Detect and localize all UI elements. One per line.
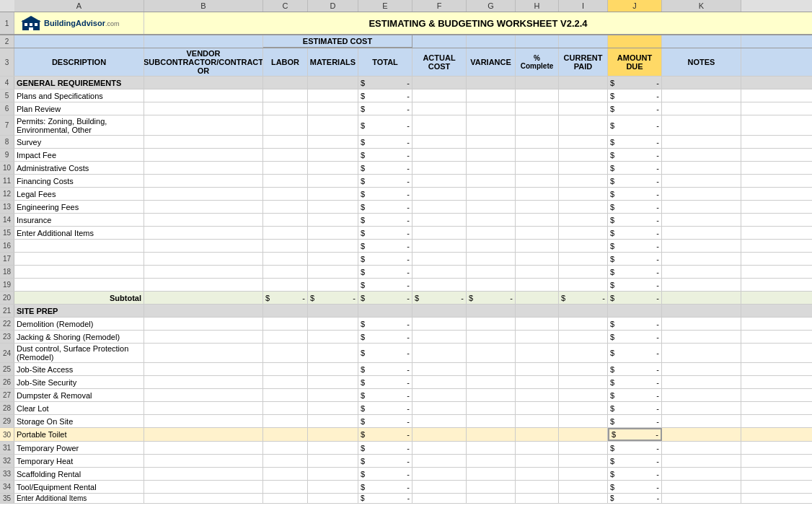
row-13: 13 Engineering Fees $- $- [0,201,812,214]
r25-i [559,363,608,375]
r31-d [308,442,358,454]
r10-desc: Administrative Costs [14,162,144,174]
r29-d [308,415,358,427]
header-notes: NOTES [662,48,741,76]
r32-i [559,455,608,467]
r31-j: $- [608,442,662,454]
r11-f [412,175,467,187]
r5-h [516,89,559,102]
r8-k [662,136,741,148]
r30-e: $- [358,428,412,441]
r21-c [263,305,308,317]
r18-j: $- [608,266,662,278]
r21-j [608,305,662,317]
r22-g [467,318,516,330]
r12-c [263,188,308,200]
r34-k [662,481,741,493]
r13-c [263,201,308,213]
r32-e: $- [358,455,412,467]
logo-text: BuildingAdvisor.com [44,19,119,27]
r27-i [559,389,608,401]
r16-d [308,240,358,252]
r18-h [516,266,559,278]
row-27: 27 Dumpster & Removal $- $- [0,389,812,402]
rownum-4: 4 [0,76,14,89]
r31-k [662,442,741,454]
r32-k [662,455,741,467]
r25-desc: Job-Site Access [14,363,144,375]
r10-j: $- [608,162,662,174]
r34-g [467,481,516,493]
r28-h [516,402,559,414]
r28-b [144,402,263,414]
r16-b [144,240,263,252]
r17-h [516,253,559,265]
header-current-paid: CURRENT PAID [559,48,608,76]
r23-i [559,331,608,343]
rownum-14: 14 [0,214,14,226]
r20-e: $- [358,292,412,304]
r32-desc: Temporary Heat [14,455,144,467]
r19-k [662,279,741,291]
row-2: 2 ESTIMATED COST [0,35,812,48]
r15-c [263,227,308,239]
r8-b [144,136,263,148]
r32-d [308,455,358,467]
r5-c [263,89,308,102]
row-16: 16 $- $- [0,240,812,253]
r4-i [559,76,608,89]
r24-i [559,344,608,362]
r8-desc: Survey [14,136,144,148]
row-25: 25 Job-Site Access $- $- [0,363,812,376]
rownum-7: 7 [0,115,14,135]
amount-due-upper [608,35,662,48]
rownum-21: 21 [0,305,14,317]
r28-d [308,402,358,414]
r33-f [412,468,467,480]
svg-rect-5 [29,27,33,30]
r5-e: $- [358,89,412,102]
r21-f [412,305,467,317]
r32-j: $- [608,455,662,467]
rownum-11: 11 [0,175,14,187]
r23-h [516,331,559,343]
r15-h [516,227,559,239]
worksheet-title: ESTIMATING & BUDGETING WORKSHEET V2.2.4 [144,12,812,34]
r13-desc: Engineering Fees [14,201,144,213]
r18-g [467,266,516,278]
r35-desc: Enter Additional Items [14,494,144,503]
r22-desc: Demolition (Remodel) [14,318,144,330]
r15-f [412,227,467,239]
r15-b [144,227,263,239]
r14-e: $- [358,214,412,226]
r16-g [467,240,516,252]
r28-e: $- [358,402,412,414]
r35-k [662,494,741,503]
r20-h [516,292,559,304]
r16-c [263,240,308,252]
r35-g [467,494,516,503]
r20-j: $- [608,292,662,304]
r11-g [467,175,516,187]
row-15: 15 Enter Additional Items $- $- [0,227,812,240]
row-35: 35 Enter Additional Items $- $- [0,494,812,504]
r19-c [263,279,308,291]
r27-b [144,389,263,401]
r27-k [662,389,741,401]
r4-h [516,76,559,89]
r14-f [412,214,467,226]
rownum-26: 26 [0,376,14,388]
r30-j[interactable]: $- [608,428,662,441]
col-header-a: A [14,0,144,12]
r6-k [662,102,741,115]
r29-f [412,415,467,427]
r29-h [516,415,559,427]
svg-marker-1 [21,16,41,22]
row-28: 28 Clear Lot $- $- [0,402,812,415]
r15-j: $- [608,227,662,239]
r30-h [516,428,559,441]
r5-i [559,89,608,102]
r24-h [516,344,559,362]
logo-cell: BuildingAdvisor.com [14,12,144,34]
r12-f [412,188,467,200]
